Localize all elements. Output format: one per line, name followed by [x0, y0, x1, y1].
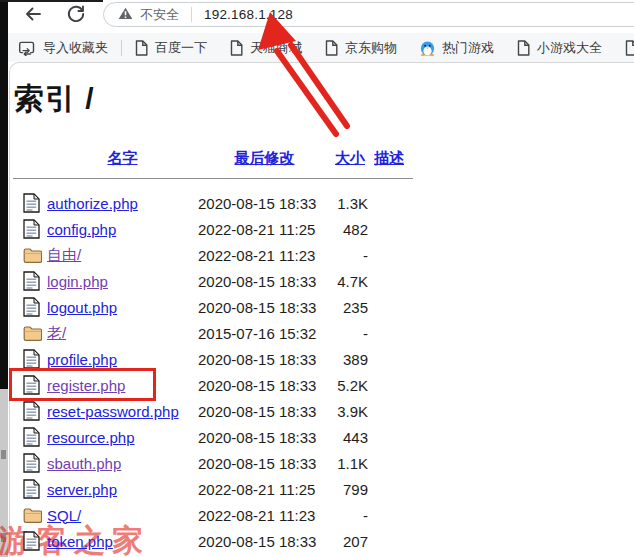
background-window-sliver [0, 0, 8, 389]
text-file-icon [13, 401, 47, 421]
folder-icon [13, 247, 47, 263]
page-icon [230, 40, 243, 56]
bookmarks-separator [121, 40, 122, 56]
file-modified: 2020-08-15 18:33 [198, 273, 331, 290]
file-link[interactable]: server.php [47, 481, 198, 498]
table-row: token.php2020-08-15 18:33207 [13, 528, 409, 554]
file-size: 1.1K [331, 455, 369, 472]
header-divider [13, 178, 413, 179]
file-link[interactable]: register.php [47, 377, 198, 394]
bookmark-item[interactable]: 导入收藏夹 [18, 39, 108, 57]
table-row: server.php2022-08-21 11:25799 [13, 476, 409, 502]
web-page: 索引 / 名字 最后修改 大小 描述 authorize.php2020-08-… [9, 62, 634, 557]
file-modified: 2020-08-15 18:33 [198, 377, 331, 394]
warning-triangle-icon [118, 7, 133, 23]
bookmark-label: 导入收藏夹 [43, 39, 108, 57]
page-title: 索引 / [14, 79, 95, 120]
file-modified: 2022-08-21 11:25 [198, 221, 331, 238]
bookmark-item[interactable]: 京东购物 [325, 39, 397, 57]
table-row: reset-password.php2020-08-15 18:333.9K [13, 398, 409, 424]
folder-icon [13, 507, 47, 523]
file-size: - [331, 247, 369, 264]
file-size: 482 [331, 221, 369, 238]
sort-by-name-link[interactable]: 名字 [108, 149, 138, 168]
file-size: 799 [331, 481, 369, 498]
window-top-edge [0, 0, 103, 2]
file-size: - [331, 507, 369, 524]
bookmark-label: 小游戏大全 [537, 39, 602, 57]
file-size: 235 [331, 299, 369, 316]
back-button[interactable] [22, 5, 44, 27]
table-row: 老/2015-07-16 15:32- [13, 320, 409, 346]
address-divider [191, 7, 192, 22]
address-bar[interactable]: 不安全 192.168.1.128 [103, 2, 634, 27]
penguin-icon [420, 40, 435, 56]
text-file-icon [13, 271, 47, 291]
file-link[interactable]: token.php [47, 533, 198, 550]
back-arrow-icon [22, 3, 44, 29]
bookmark-label: 京东购物 [345, 39, 397, 57]
sort-by-size-link[interactable]: 大小 [335, 149, 365, 168]
bookmark-item[interactable]: 百度一下 [135, 39, 207, 57]
listing-header-row: 名字 最后修改 大小 描述 [13, 147, 409, 169]
table-row: SQL/2022-08-21 11:23- [13, 502, 409, 528]
text-file-icon [13, 375, 47, 395]
refresh-icon [66, 4, 86, 28]
file-size: 3.9K [331, 403, 369, 420]
directory-link[interactable]: 自由/ [47, 246, 198, 265]
table-row: register.php2020-08-15 18:335.2K [13, 372, 409, 398]
refresh-button[interactable] [65, 5, 87, 27]
table-row: logout.php2020-08-15 18:33235 [13, 294, 409, 320]
file-modified: 2020-08-15 18:33 [198, 195, 331, 212]
text-file-icon [13, 531, 47, 551]
background-window-sliver-lower [0, 389, 8, 557]
sort-by-description-link[interactable]: 描述 [374, 149, 404, 168]
page-icon [625, 40, 634, 56]
file-modified: 2020-08-15 18:33 [198, 299, 331, 316]
file-modified: 2020-08-15 18:33 [198, 403, 331, 420]
directory-link[interactable]: SQL/ [47, 507, 198, 524]
background-window-mark [1, 533, 6, 542]
text-file-icon [13, 297, 47, 317]
file-link[interactable]: login.php [47, 273, 198, 290]
file-modified: 2022-08-21 11:23 [198, 247, 331, 264]
file-size: 1.3K [331, 195, 369, 212]
text-file-icon [13, 349, 47, 369]
page-icon [135, 40, 148, 56]
page-icon [325, 40, 338, 56]
file-modified: 2022-08-21 11:25 [198, 481, 331, 498]
file-link[interactable]: logout.php [47, 299, 198, 316]
bookmark-item[interactable]: 天猫商城 [230, 39, 302, 57]
file-link[interactable]: sbauth.php [47, 455, 198, 472]
site-security-chip[interactable]: 不安全 [118, 6, 179, 24]
file-size: 443 [331, 429, 369, 446]
file-link[interactable]: reset-password.php [47, 403, 198, 420]
bookmarks-bar: 导入收藏夹百度一下天猫商城京东购物热门游戏小游戏大全在线视频 [8, 33, 634, 62]
file-link[interactable]: resource.php [47, 429, 198, 446]
url-text[interactable]: 192.168.1.128 [204, 7, 293, 22]
file-size: 4.7K [331, 273, 369, 290]
file-modified: 2020-08-15 18:33 [198, 533, 331, 550]
file-size: 5.2K [331, 377, 369, 394]
table-row: authorize.php2020-08-15 18:331.3K [13, 190, 409, 216]
text-file-icon [13, 453, 47, 473]
security-label: 不安全 [140, 6, 179, 24]
table-row: resource.php2020-08-15 18:33443 [13, 424, 409, 450]
sort-by-modified-link[interactable]: 最后修改 [235, 149, 295, 168]
text-file-icon [13, 193, 47, 213]
directory-link[interactable]: 老/ [47, 324, 198, 343]
bookmark-item[interactable]: 小游戏大全 [517, 39, 602, 57]
table-row: config.php2022-08-21 11:25482 [13, 216, 409, 242]
file-link[interactable]: profile.php [47, 351, 198, 368]
table-row: login.php2020-08-15 18:334.7K [13, 268, 409, 294]
import-bookmarks-icon [18, 40, 36, 56]
bookmark-label: 热门游戏 [442, 39, 494, 57]
file-modified: 2020-08-15 18:33 [198, 351, 331, 368]
file-link[interactable]: config.php [47, 221, 198, 238]
file-modified: 2020-08-15 18:33 [198, 429, 331, 446]
file-size: - [331, 325, 369, 342]
file-link[interactable]: authorize.php [47, 195, 198, 212]
table-row: profile.php2020-08-15 18:33389 [13, 346, 409, 372]
bookmark-item[interactable]: 热门游戏 [420, 39, 494, 57]
bookmark-item[interactable]: 在线视频 [625, 39, 634, 57]
